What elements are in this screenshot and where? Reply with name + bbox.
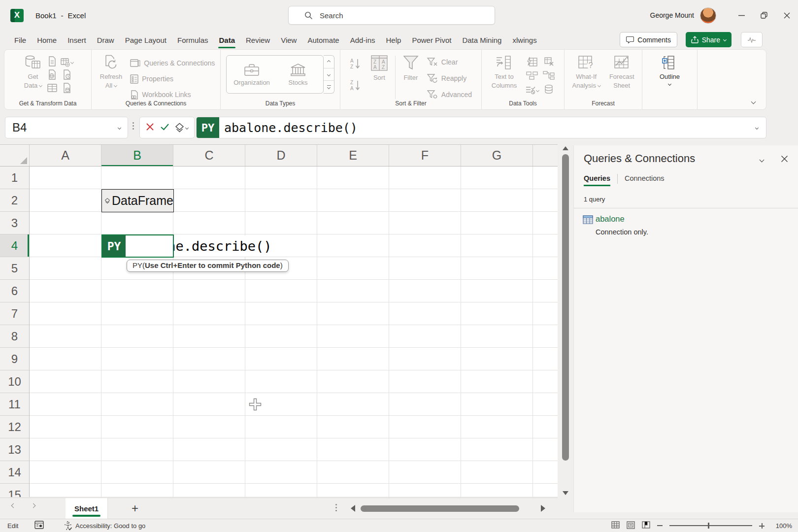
row-header-8[interactable]: 8 [0, 325, 29, 348]
collapse-ribbon-button[interactable] [751, 100, 756, 104]
tab-file[interactable]: File [9, 31, 32, 49]
dataframe-cell-b2[interactable]: DataFrame [101, 189, 174, 212]
tab-xlwings[interactable]: xlwings [507, 31, 542, 49]
scroll-left-arrow[interactable] [351, 505, 355, 512]
panel-tab-connections[interactable]: Connections [625, 174, 665, 186]
zoom-in-button[interactable] [759, 523, 765, 529]
queries-connections-button[interactable]: Queries & Connections [130, 57, 215, 69]
sheet-tab-sheet1[interactable]: Sheet1 [66, 498, 108, 519]
search-input[interactable]: Search [288, 6, 495, 25]
normal-view-button[interactable] [611, 521, 620, 530]
remove-duplicates-button[interactable] [543, 57, 554, 68]
relationships-button[interactable] [543, 71, 555, 82]
vertical-scrollbar-thumb[interactable] [562, 154, 569, 461]
row-header-2[interactable]: 2 [0, 189, 29, 212]
sort-button[interactable]: ZAAZ Sort [367, 55, 391, 82]
column-header-b[interactable]: B [101, 145, 173, 166]
stocks-data-type[interactable]: Stocks [275, 63, 321, 86]
advanced-filter-button[interactable]: Advanced [427, 88, 472, 101]
tab-view[interactable]: View [275, 31, 302, 49]
refresh-all-button[interactable]: Refresh All [97, 55, 126, 90]
cells-area[interactable] [30, 166, 558, 497]
flash-fill-button[interactable] [527, 57, 537, 68]
consolidate-button[interactable] [526, 71, 538, 82]
clear-filter-button[interactable]: Clear [427, 56, 472, 68]
column-header-c[interactable]: C [173, 145, 245, 166]
recent-sources-button[interactable] [63, 69, 71, 82]
accessibility-status[interactable]: Accessibility: Good to go [64, 521, 145, 531]
data-types-scroll-up-button[interactable] [324, 56, 334, 68]
row-header-3[interactable]: 3 [0, 212, 29, 234]
close-window-button[interactable] [775, 5, 798, 25]
page-break-preview-button[interactable] [642, 521, 650, 530]
insert-function-button[interactable] [175, 123, 188, 133]
zoom-level[interactable]: 100% [771, 522, 792, 530]
scrollbar-resize-handle[interactable] [335, 507, 337, 508]
reapply-filter-button[interactable]: Reapply [427, 72, 472, 85]
what-if-analysis-button[interactable]: ? What-If Analysis [569, 55, 603, 90]
user-avatar[interactable] [700, 7, 716, 24]
sheet-nav-previous-button[interactable] [11, 503, 16, 508]
row-header-7[interactable]: 7 [0, 302, 29, 325]
tab-data[interactable]: Data [213, 31, 240, 49]
activity-button[interactable] [741, 32, 763, 47]
manage-data-model-button[interactable] [544, 84, 554, 96]
existing-connections-button[interactable] [63, 83, 71, 95]
tab-page-layout[interactable]: Page Layout [120, 31, 172, 49]
query-item-abalone[interactable]: abalone [596, 214, 625, 224]
get-data-button[interactable]: Get Data [21, 55, 45, 90]
formula-bar-expand-button[interactable] [755, 126, 759, 129]
horizontal-scrollbar-thumb[interactable] [361, 505, 519, 512]
page-layout-view-button[interactable] [627, 521, 635, 531]
cancel-button[interactable] [146, 123, 154, 133]
minimize-button[interactable] [730, 5, 753, 25]
tab-help[interactable]: Help [381, 31, 407, 49]
restore-button[interactable] [753, 5, 775, 25]
tab-review[interactable]: Review [240, 31, 275, 49]
from-picture-button[interactable] [61, 58, 73, 67]
tab-draw[interactable]: Draw [92, 31, 120, 49]
row-header-12[interactable]: 12 [0, 416, 29, 438]
row-header-9[interactable]: 9 [0, 348, 29, 370]
data-types-scroll-down-button[interactable] [324, 68, 334, 81]
from-web-button[interactable] [48, 69, 57, 82]
column-header-d[interactable]: D [245, 145, 317, 166]
enter-button[interactable] [160, 123, 169, 133]
panel-close-button[interactable] [781, 155, 788, 165]
row-header-14[interactable]: 14 [0, 461, 29, 484]
scroll-down-arrow[interactable] [563, 491, 568, 495]
tab-power-pivot[interactable]: Power Pivot [406, 31, 457, 49]
row-header-15[interactable]: 15 [0, 484, 29, 497]
zoom-out-button[interactable] [657, 525, 663, 526]
row-header-5[interactable]: 5 [0, 257, 29, 280]
vertical-scrollbar[interactable] [561, 145, 570, 497]
formula-bar-drag-handle[interactable] [133, 125, 134, 127]
data-types-more-button[interactable] [324, 81, 334, 93]
row-header-11[interactable]: 11 [0, 393, 29, 416]
share-button[interactable]: Share [686, 32, 732, 47]
outline-button[interactable]: Outline [657, 55, 683, 85]
column-header-f[interactable]: F [389, 145, 461, 166]
add-sheet-button[interactable]: + [127, 500, 143, 516]
tab-data-mining[interactable]: Data Mining [457, 31, 507, 49]
tab-automate[interactable]: Automate [302, 31, 344, 49]
filter-button[interactable]: Filter [399, 55, 422, 82]
python-cell-b4[interactable]: PY [101, 234, 174, 258]
from-table-range-button[interactable] [47, 84, 57, 94]
text-to-columns-button[interactable]: Text to Columns [489, 55, 520, 90]
formula-input[interactable]: PY abalone.describe() [196, 117, 766, 138]
formula-text[interactable]: abalone.describe() [224, 121, 756, 135]
tab-home[interactable]: Home [32, 31, 62, 49]
sheet-nav-next-button[interactable] [31, 503, 36, 508]
properties-button[interactable]: Properties [130, 72, 215, 85]
forecast-sheet-button[interactable]: Forecast Sheet [606, 55, 637, 90]
comments-button[interactable]: Comments [620, 32, 677, 47]
zoom-slider-thumb[interactable] [708, 523, 709, 529]
macro-record-button[interactable] [34, 521, 44, 531]
tab-insert[interactable]: Insert [62, 31, 92, 49]
column-header-a[interactable]: A [30, 145, 101, 166]
sort-ascending-button[interactable]: AZ [350, 58, 363, 72]
row-header-13[interactable]: 13 [0, 438, 29, 461]
row-header-10[interactable]: 10 [0, 370, 29, 393]
column-header-e[interactable]: E [317, 145, 389, 166]
